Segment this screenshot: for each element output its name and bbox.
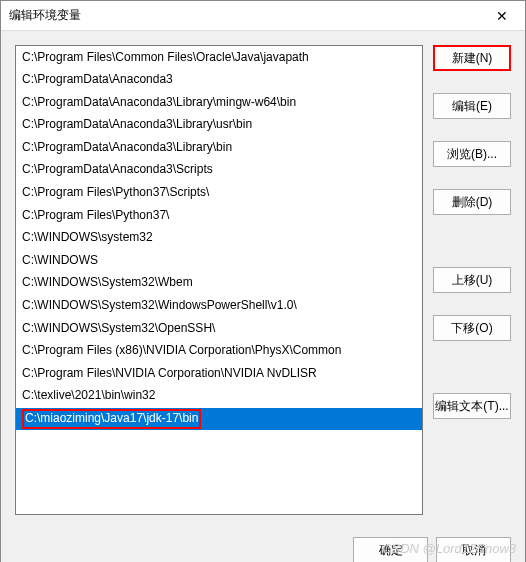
window-title: 编辑环境变量 [9,7,487,24]
content-area: C:\Program Files\Common Files\Oracle\Jav… [1,31,525,529]
ok-button[interactable]: 确定 [353,537,428,562]
edit-button[interactable]: 编辑(E) [433,93,511,119]
list-item[interactable]: C:\WINDOWS\System32\WindowsPowerShell\v1… [16,295,422,318]
move-up-button[interactable]: 上移(U) [433,267,511,293]
move-down-button[interactable]: 下移(O) [433,315,511,341]
browse-button[interactable]: 浏览(B)... [433,141,511,167]
path-listbox[interactable]: C:\Program Files\Common Files\Oracle\Jav… [15,45,423,515]
cancel-button[interactable]: 取消 [436,537,511,562]
list-item[interactable]: C:\ProgramData\Anaconda3\Scripts [16,159,422,182]
list-item[interactable]: C:\Program Files (x86)\NVIDIA Corporatio… [16,340,422,363]
new-button[interactable]: 新建(N) [433,45,511,71]
list-item[interactable]: C:\texlive\2021\bin\win32 [16,385,422,408]
close-button[interactable]: ✕ [487,1,517,31]
list-item[interactable]: C:\miaoziming\Java17\jdk-17\bin [16,408,422,431]
list-item[interactable]: C:\WINDOWS\System32\OpenSSH\ [16,317,422,340]
close-icon: ✕ [496,8,508,24]
list-item[interactable]: C:\ProgramData\Anaconda3\Library\bin [16,136,422,159]
list-item[interactable]: C:\ProgramData\Anaconda3\Library\usr\bin [16,114,422,137]
edit-text-button[interactable]: 编辑文本(T)... [433,393,511,419]
list-item[interactable]: C:\Program Files\Python37\ [16,204,422,227]
list-item[interactable]: C:\Program Files\Common Files\Oracle\Jav… [16,46,422,69]
dialog-footer: 确定 取消 [1,529,525,562]
list-item[interactable]: C:\WINDOWS [16,249,422,272]
list-item-text: C:\miaoziming\Java17\jdk-17\bin [22,409,201,429]
list-item[interactable]: C:\WINDOWS\System32\Wbem [16,272,422,295]
list-item[interactable]: C:\WINDOWS\system32 [16,227,422,250]
list-item[interactable]: C:\Program Files\Python37\Scripts\ [16,182,422,205]
list-item[interactable]: C:\ProgramData\Anaconda3 [16,69,422,92]
list-item[interactable]: C:\Program Files\NVIDIA Corporation\NVID… [16,362,422,385]
side-button-panel: 新建(N) 编辑(E) 浏览(B)... 删除(D) 上移(U) 下移(O) 编… [433,45,511,515]
delete-button[interactable]: 删除(D) [433,189,511,215]
dialog-window: 编辑环境变量 ✕ C:\Program Files\Common Files\O… [0,0,526,562]
titlebar: 编辑环境变量 ✕ [1,1,525,31]
list-item[interactable]: C:\ProgramData\Anaconda3\Library\mingw-w… [16,91,422,114]
